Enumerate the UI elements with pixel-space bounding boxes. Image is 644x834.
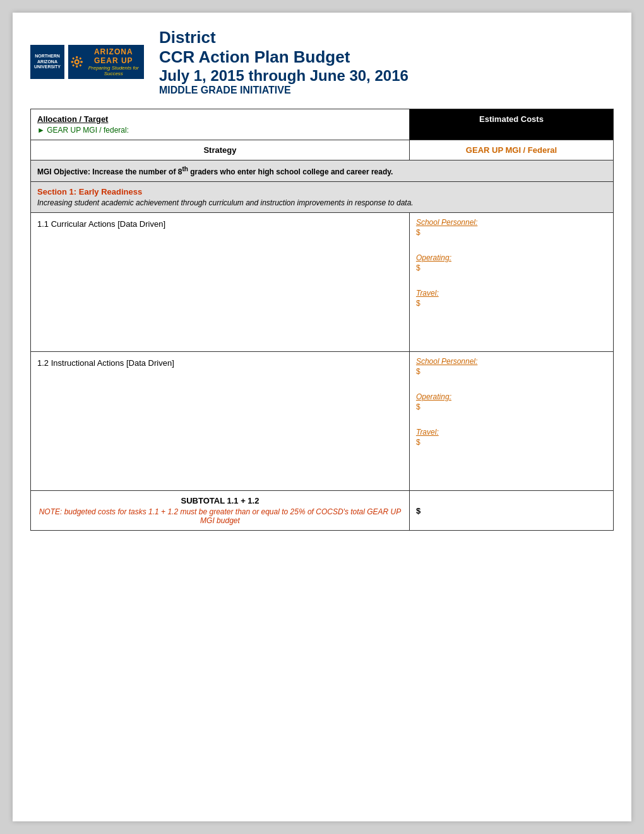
row-1-1-costs-cell: School Personnel: $ Operating: $ Travel:…: [409, 213, 613, 352]
row-1-2-cost3: Travel: $: [416, 428, 607, 447]
row-1-1-cost1-value: $: [416, 228, 607, 237]
row-1-2-cost2-value: $: [416, 402, 607, 411]
svg-rect-7: [79, 57, 81, 59]
title-ccr: CCR Action Plan Budget: [159, 47, 408, 67]
estimated-costs-header: Estimated Costs: [409, 109, 613, 140]
row-1-2: 1.2 Instructional Actions [Data Driven] …: [31, 352, 614, 491]
svg-rect-6: [72, 57, 75, 59]
row-1-2-cost1: School Personnel: $: [416, 357, 607, 376]
row-1-2-cost3-value: $: [416, 438, 607, 447]
subtotal-row: SUBTOTAL 1.1 + 1.2 NOTE: budgeted costs …: [31, 491, 614, 531]
gear-up-title: ARIZONA GEAR UP: [85, 47, 141, 65]
row-1-1-cost1: School Personnel: $: [416, 218, 607, 237]
row-1-1: 1.1 Curricular Actions [Data Driven] Sch…: [31, 213, 614, 352]
header-text: District CCR Action Plan Budget July 1, …: [159, 28, 408, 96]
section1-description: Increasing student academic achievement …: [37, 198, 607, 207]
row-1-2-cost2: Operating: $: [416, 392, 607, 411]
subtotal-value-cell: $: [409, 491, 613, 531]
row-1-2-label: 1.2 Instructional Actions [Data Driven]: [37, 358, 174, 368]
row-1-1-label-cell: 1.1 Curricular Actions [Data Driven]: [31, 213, 410, 352]
logo-area: NORTHERNARIZONAUNIVERSITY: [30, 45, 144, 79]
svg-rect-4: [71, 61, 73, 63]
gear-up-logo: ARIZONA GEAR UP Preparing Students for S…: [68, 45, 144, 79]
strategy-row: Strategy GEAR UP MGI / Federal: [31, 140, 614, 160]
strategy-label: Strategy: [31, 140, 410, 160]
svg-rect-9: [79, 64, 81, 67]
row-1-1-cost2-value: $: [416, 263, 607, 272]
row-1-2-costs-cell: School Personnel: $ Operating: $ Travel:…: [409, 352, 613, 491]
mgi-objective-row: MGI Objective: Increase the number of 8t…: [31, 160, 614, 182]
row-1-1-cost3: Travel: $: [416, 289, 607, 308]
row-1-1-cost3-value: $: [416, 299, 607, 308]
row-1-1-cost2-label: Operating:: [416, 253, 607, 262]
subtotal-note: NOTE: budgeted costs for tasks 1.1 + 1.2…: [37, 507, 403, 525]
row-1-2-label-cell: 1.2 Instructional Actions [Data Driven]: [31, 352, 410, 491]
svg-rect-5: [80, 61, 82, 63]
main-table: Allocation / Target ► GEAR UP MGI / fede…: [30, 109, 614, 531]
section1-header-cell: Section 1: Early Readiness Increasing st…: [31, 182, 614, 213]
svg-rect-8: [72, 64, 75, 67]
section1-header-row: Section 1: Early Readiness Increasing st…: [31, 182, 614, 213]
mgi-objective-text: MGI Objective: Increase the number of 8t…: [37, 167, 393, 176]
gear-up-subtitle: Preparing Students for Success: [85, 65, 141, 76]
nau-logo: NORTHERNARIZONAUNIVERSITY: [30, 45, 64, 79]
header: NORTHERNARIZONAUNIVERSITY: [30, 28, 614, 96]
federal-label: GEAR UP MGI / Federal: [409, 140, 613, 160]
page: NORTHERNARIZONAUNIVERSITY: [13, 13, 631, 821]
svg-rect-2: [76, 56, 78, 58]
row-1-2-cost2-label: Operating:: [416, 392, 607, 401]
allocation-target: ► GEAR UP MGI / federal:: [37, 126, 403, 135]
row-1-1-label: 1.1 Curricular Actions [Data Driven]: [37, 219, 165, 229]
subtotal-label: SUBTOTAL 1.1 + 1.2: [37, 496, 403, 505]
allocation-left: Allocation / Target ► GEAR UP MGI / fede…: [31, 109, 410, 140]
allocation-title: Allocation / Target: [37, 114, 403, 124]
title-district: District: [159, 28, 408, 47]
row-1-2-cost1-value: $: [416, 367, 607, 376]
row-1-2-cost3-label: Travel:: [416, 428, 607, 437]
title-mgi: MIDDLE GRADE INITIATIVE: [159, 85, 408, 96]
mgi-objective-cell: MGI Objective: Increase the number of 8t…: [31, 160, 614, 182]
gear-icon: [71, 53, 83, 71]
title-dates: July 1, 2015 through June 30, 2016: [159, 67, 408, 85]
svg-rect-3: [76, 66, 78, 68]
row-1-2-cost1-label: School Personnel:: [416, 357, 607, 366]
section1-title: Section 1: Early Readiness: [37, 187, 607, 196]
subtotal-left-cell: SUBTOTAL 1.1 + 1.2 NOTE: budgeted costs …: [31, 491, 410, 531]
subtotal-value: $: [416, 506, 420, 516]
row-1-1-cost1-label: School Personnel:: [416, 218, 607, 227]
row-1-1-cost2: Operating: $: [416, 253, 607, 272]
row-1-1-cost3-label: Travel:: [416, 289, 607, 298]
allocation-row: Allocation / Target ► GEAR UP MGI / fede…: [31, 109, 614, 140]
svg-point-1: [76, 61, 78, 63]
